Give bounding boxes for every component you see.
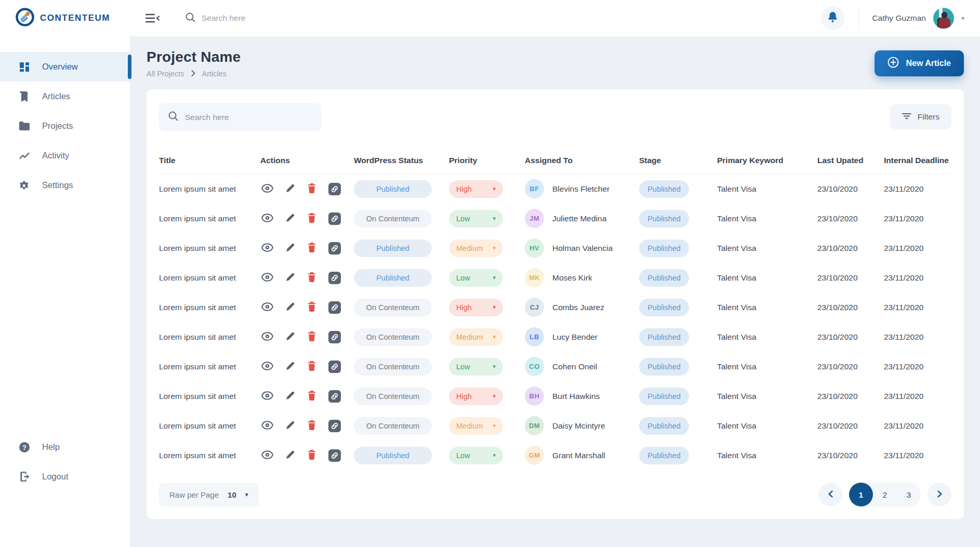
edit-button[interactable]	[285, 330, 296, 343]
page-button[interactable]: 1	[849, 483, 873, 506]
brand-logo[interactable]: CONTENTEUM	[0, 0, 130, 36]
copy-link-button[interactable]	[327, 419, 342, 433]
copy-link-button[interactable]	[327, 300, 342, 315]
edit-button[interactable]	[285, 242, 296, 255]
view-button[interactable]	[260, 183, 274, 195]
view-button[interactable]	[260, 420, 274, 432]
previous-page-button[interactable]	[818, 483, 842, 506]
sidebar-item-logout[interactable]: Logout	[0, 462, 130, 491]
delete-button[interactable]	[307, 360, 317, 373]
notifications-button[interactable]	[821, 6, 845, 30]
priority-label: High	[456, 392, 472, 401]
copy-link-button[interactable]	[327, 359, 342, 374]
page-button[interactable]: 2	[873, 483, 897, 506]
delete-button[interactable]	[307, 212, 317, 225]
cell-priority: High ▾	[449, 388, 525, 405]
view-button[interactable]	[260, 212, 274, 225]
view-button[interactable]	[260, 301, 274, 314]
edit-button[interactable]	[285, 271, 296, 284]
topbar-search-input[interactable]	[202, 14, 357, 23]
avatar: CJ	[525, 298, 544, 317]
edit-button[interactable]	[285, 182, 296, 195]
priority-select[interactable]: Low ▾	[449, 269, 503, 287]
link-icon	[328, 390, 341, 403]
column-header-assigned-to: Assigned To	[525, 156, 639, 165]
stage-pill: Published	[639, 447, 689, 464]
table-row: Lorem ipsum sit amet	[159, 381, 951, 411]
sidebar-nav: Overview Articles Projects	[0, 52, 130, 200]
eye-icon	[261, 273, 273, 283]
copy-link-button[interactable]	[327, 271, 342, 285]
sidebar-item-articles[interactable]: Articles	[0, 82, 130, 111]
view-button[interactable]	[260, 449, 274, 462]
copy-link-button[interactable]	[327, 211, 342, 226]
cell-primary-keyword: Talent Visa	[717, 214, 817, 223]
delete-button[interactable]	[307, 242, 317, 255]
priority-select[interactable]: Low ▾	[449, 447, 503, 464]
edit-button[interactable]	[285, 449, 296, 462]
cell-primary-keyword: Talent Visa	[717, 273, 817, 283]
view-button[interactable]	[260, 272, 274, 284]
sidebar-collapse-icon[interactable]	[145, 13, 160, 23]
copy-link-button[interactable]	[327, 330, 342, 344]
rows-per-page-select[interactable]: Raw per Page 10 ▾	[159, 483, 259, 506]
cell-internal-deadline: 23/11/2020	[884, 362, 951, 371]
priority-select[interactable]: High ▾	[449, 299, 503, 316]
delete-button[interactable]	[307, 419, 317, 433]
breadcrumb-parent[interactable]: All Projects	[147, 70, 184, 78]
priority-select[interactable]: Medium ▾	[449, 239, 503, 257]
filters-button[interactable]: Filters	[890, 104, 951, 129]
edit-button[interactable]	[285, 301, 296, 314]
breadcrumb-current[interactable]: Articles	[202, 70, 227, 78]
page-button[interactable]: 3	[897, 483, 921, 506]
priority-select[interactable]: Medium ▾	[449, 328, 503, 346]
priority-select[interactable]: High ▾	[449, 388, 503, 405]
table-body: Lorem ipsum sit amet	[159, 174, 951, 470]
sidebar-item-projects[interactable]: Projects	[0, 111, 130, 141]
topbar: Cathy Guzman ▾	[130, 0, 980, 36]
trash-icon	[308, 420, 316, 432]
priority-select[interactable]: Low ▾	[449, 358, 503, 376]
delete-button[interactable]	[307, 271, 317, 285]
copy-link-button[interactable]	[327, 241, 342, 256]
edit-button[interactable]	[285, 212, 296, 225]
copy-link-button[interactable]	[327, 448, 342, 463]
cell-actions	[260, 389, 354, 404]
delete-button[interactable]	[307, 449, 317, 462]
next-page-button[interactable]	[928, 483, 951, 506]
view-button[interactable]	[260, 390, 274, 403]
new-article-button[interactable]: New Article	[875, 50, 964, 76]
table-row: Lorem ipsum sit amet	[159, 352, 951, 381]
sidebar-footer: ? Help Logout	[0, 432, 130, 491]
sidebar-item-label: Projects	[42, 121, 73, 131]
delete-button[interactable]	[307, 182, 317, 196]
delete-button[interactable]	[307, 301, 317, 314]
user-menu[interactable]: Cathy Guzman ▾	[872, 8, 964, 29]
articles-table: Title Actions WordPress Status Priority …	[159, 147, 951, 470]
cell-last-updated: 23/10/2020	[817, 332, 884, 342]
sidebar-item-overview[interactable]: Overview	[0, 52, 130, 82]
edit-button[interactable]	[285, 390, 296, 403]
copy-link-button[interactable]	[327, 389, 342, 404]
assigned-name: Lucy Bender	[552, 332, 598, 342]
sidebar-item-help[interactable]: ? Help	[0, 432, 130, 462]
view-button[interactable]	[260, 331, 274, 343]
pencil-icon	[286, 183, 295, 194]
edit-button[interactable]	[285, 419, 296, 432]
priority-select[interactable]: Low ▾	[449, 210, 503, 228]
priority-select[interactable]: Medium ▾	[449, 417, 503, 435]
sidebar-item-activity[interactable]: Activity	[0, 141, 130, 170]
view-button[interactable]	[260, 361, 274, 373]
sidebar-item-settings[interactable]: Settings	[0, 170, 130, 200]
table-search-input[interactable]	[185, 113, 304, 122]
priority-select[interactable]: High ▾	[449, 180, 503, 198]
chevron-down-icon: ▾	[493, 274, 496, 281]
cell-actions	[260, 271, 354, 285]
edit-button[interactable]	[285, 360, 296, 373]
avatar: LB	[525, 327, 544, 346]
copy-link-button[interactable]	[327, 182, 342, 196]
delete-button[interactable]	[307, 390, 317, 403]
delete-button[interactable]	[307, 330, 317, 344]
activity-icon	[19, 152, 30, 159]
view-button[interactable]	[260, 242, 274, 255]
